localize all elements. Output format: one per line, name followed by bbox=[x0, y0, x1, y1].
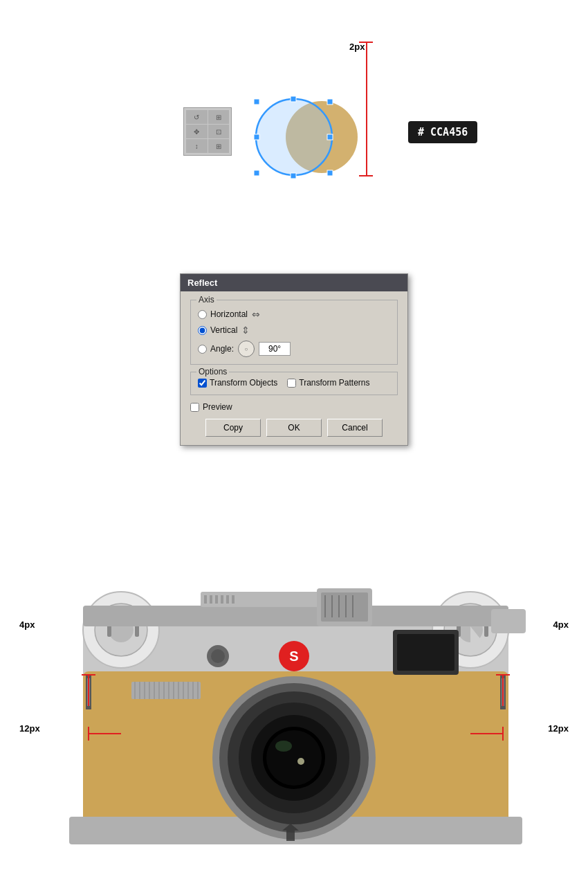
angle-dial: ○ bbox=[238, 341, 255, 357]
vertical-label[interactable]: Vertical bbox=[210, 325, 237, 335]
svg-point-53 bbox=[275, 741, 292, 752]
preview-row: Preview bbox=[190, 402, 398, 412]
angle-input[interactable]: 90° bbox=[259, 342, 291, 356]
options-group-label: Options bbox=[196, 367, 229, 377]
shapes-svg bbox=[235, 83, 380, 194]
dialog-body: Axis Horizontal ⇔ Vertical ⇕ Angle: ○ 90… bbox=[181, 291, 407, 445]
measure-label-top: 2px bbox=[349, 42, 365, 52]
dialog-titlebar: Reflect bbox=[181, 274, 407, 291]
svg-point-52 bbox=[266, 730, 322, 786]
angle-row: Angle: ○ 90° bbox=[198, 341, 390, 357]
dialog-title: Reflect bbox=[187, 278, 217, 288]
svg-rect-6 bbox=[327, 134, 333, 140]
horizontal-label[interactable]: Horizontal bbox=[210, 309, 248, 319]
svg-rect-23 bbox=[83, 606, 508, 626]
measure-line-h-top bbox=[359, 42, 373, 43]
svg-rect-9 bbox=[327, 170, 333, 176]
cancel-button[interactable]: Cancel bbox=[327, 419, 383, 437]
angle-radio[interactable] bbox=[198, 345, 207, 354]
svg-rect-43 bbox=[491, 609, 526, 633]
cam-label-left-v: 4px bbox=[19, 619, 35, 630]
cam-label-right-h: 12px bbox=[548, 723, 569, 734]
axis-group-label: Axis bbox=[196, 295, 217, 305]
color-badge: # CCA456 bbox=[408, 121, 477, 143]
svg-rect-28 bbox=[221, 595, 223, 604]
camera-svg: S bbox=[0, 554, 588, 879]
svg-rect-30 bbox=[232, 595, 235, 604]
svg-point-1 bbox=[256, 99, 332, 175]
preview-checkbox[interactable] bbox=[190, 403, 199, 412]
tb-icon-3: ✥ bbox=[186, 125, 208, 138]
svg-rect-32 bbox=[321, 592, 368, 622]
cam-label-left-h: 12px bbox=[19, 723, 40, 734]
axis-group: Axis Horizontal ⇔ Vertical ⇕ Angle: ○ 90… bbox=[190, 300, 398, 365]
svg-rect-29 bbox=[226, 595, 229, 604]
svg-rect-7 bbox=[254, 170, 259, 176]
svg-text:S: S bbox=[289, 649, 298, 664]
cam-label-right-v: 4px bbox=[553, 619, 569, 630]
dialog-buttons: Copy OK Cancel bbox=[190, 419, 398, 437]
transform-patterns-label[interactable]: Transform Patterns bbox=[287, 378, 369, 388]
vertical-icon: ⇕ bbox=[241, 325, 250, 336]
svg-rect-26 bbox=[210, 595, 212, 604]
horizontal-radio-row: Horizontal ⇔ bbox=[198, 309, 390, 320]
svg-rect-27 bbox=[215, 595, 218, 604]
camera-area: S bbox=[0, 554, 588, 879]
ok-button[interactable]: OK bbox=[266, 419, 322, 437]
options-checkbox-row: Transform Objects Transform Patterns bbox=[198, 378, 390, 388]
tb-icon-2: ⊞ bbox=[208, 110, 230, 124]
svg-rect-5 bbox=[254, 134, 259, 140]
reflect-dialog: Reflect Axis Horizontal ⇔ Vertical ⇕ Ang… bbox=[180, 273, 408, 446]
copy-button[interactable]: Copy bbox=[205, 419, 261, 437]
horizontal-icon: ⇔ bbox=[252, 309, 260, 320]
horizontal-radio[interactable] bbox=[198, 310, 207, 319]
svg-rect-8 bbox=[291, 173, 296, 179]
transform-objects-checkbox[interactable] bbox=[198, 379, 207, 388]
svg-rect-59 bbox=[131, 682, 201, 699]
options-group: Options Transform Objects Transform Patt… bbox=[190, 372, 398, 395]
tb-icon-5: ↕ bbox=[186, 139, 208, 153]
transform-patterns-checkbox[interactable] bbox=[287, 379, 296, 388]
svg-rect-4 bbox=[327, 99, 333, 105]
svg-point-54 bbox=[297, 758, 304, 765]
canvas-area: ↺ ⊞ ✥ ⊡ ↕ ⊞ 2px # CCA456 bbox=[0, 0, 588, 263]
svg-rect-25 bbox=[204, 595, 207, 604]
svg-point-45 bbox=[211, 649, 225, 663]
svg-rect-3 bbox=[291, 96, 296, 102]
transform-objects-label[interactable]: Transform Objects bbox=[198, 378, 277, 388]
toolbar-box: ↺ ⊞ ✥ ⊡ ↕ ⊞ bbox=[183, 107, 232, 156]
vertical-radio-row: Vertical ⇕ bbox=[198, 325, 390, 336]
tb-icon-6: ⊞ bbox=[208, 139, 230, 153]
angle-label[interactable]: Angle: bbox=[210, 344, 234, 354]
vertical-radio[interactable] bbox=[198, 326, 207, 335]
svg-rect-2 bbox=[254, 99, 259, 105]
svg-rect-41 bbox=[397, 634, 454, 671]
preview-label[interactable]: Preview bbox=[203, 402, 232, 412]
tb-icon-1: ↺ bbox=[186, 110, 208, 124]
tb-icon-4: ⊡ bbox=[208, 125, 230, 138]
